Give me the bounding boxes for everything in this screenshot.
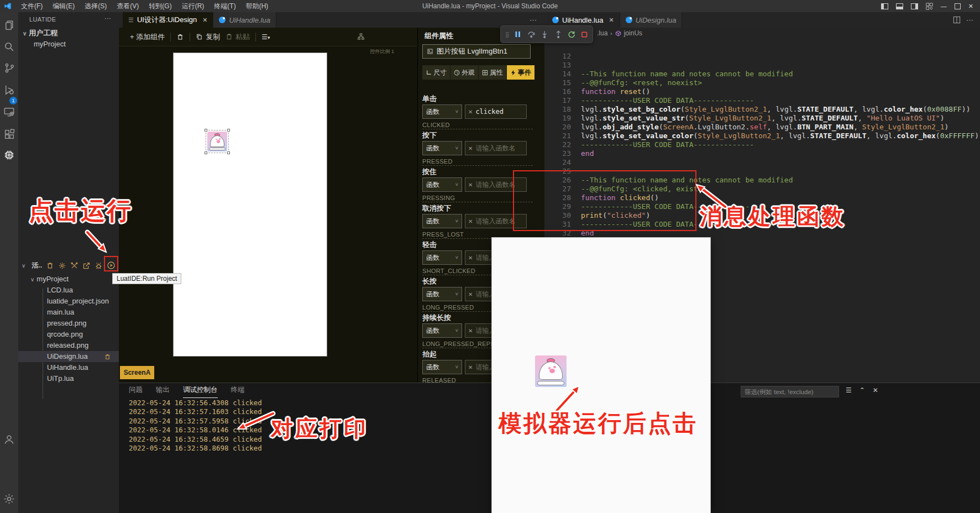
drag-grip-icon[interactable]: ⣿ — [505, 32, 509, 38]
function-type-dropdown[interactable]: 函数˅ — [422, 323, 462, 338]
clear-icon[interactable]: ✕ — [468, 291, 473, 297]
minimize-icon[interactable]: — — [941, 3, 947, 9]
clear-icon[interactable]: ✕ — [468, 328, 473, 334]
paste-button[interactable]: 粘贴 — [226, 32, 250, 42]
code-line[interactable]: 17------------USER CODE DATA------------… — [544, 96, 754, 105]
function-type-dropdown[interactable]: 函数˅ — [422, 360, 462, 374]
maximize-panel-icon[interactable]: ⌃ — [860, 386, 865, 394]
function-type-dropdown[interactable]: 函数˅ — [422, 250, 462, 265]
delete-component-icon[interactable] — [176, 33, 184, 41]
list-options-icon[interactable]: ☰▾ — [261, 33, 270, 41]
step-out-icon[interactable] — [554, 30, 562, 39]
code-line[interactable]: 12 — [544, 52, 581, 61]
extensions-icon[interactable] — [2, 127, 16, 141]
tree-item-uitp.lua[interactable]: UiTp.lua — [18, 373, 119, 384]
step-over-icon[interactable] — [527, 30, 535, 39]
clear-icon[interactable]: ✕ — [468, 109, 473, 115]
toggle-sidebar-icon[interactable] — [881, 3, 888, 9]
code-line[interactable]: 22------------USER CODE DATA------------… — [544, 140, 754, 149]
run-and-debug-icon[interactable] — [2, 83, 16, 97]
sidebar-more-icon[interactable]: ··· — [104, 14, 111, 22]
image-button-widget[interactable] — [207, 132, 227, 151]
function-type-dropdown[interactable]: 函数˅ — [422, 141, 462, 155]
breadcrumb[interactable]: .lua › joinUs — [597, 29, 642, 37]
tree-item-luatide_project.json[interactable]: luatide_project.json — [18, 296, 119, 307]
menu-item[interactable]: 选择(S) — [80, 0, 112, 12]
code-line[interactable]: 23end — [544, 149, 594, 158]
function-name-input[interactable] — [475, 144, 525, 152]
code-line[interactable]: 15--@@funCfg: <reset, noexist> — [544, 78, 702, 87]
code-line[interactable]: 16function reset() — [544, 87, 650, 96]
split-editor-icon[interactable] — [953, 16, 961, 24]
editor-more-actions-icon[interactable]: ··· — [966, 15, 973, 28]
function-name-input[interactable] — [475, 108, 525, 116]
toggle-secondary-sidebar-icon[interactable] — [911, 3, 918, 9]
menu-item[interactable]: 查看(V) — [112, 0, 144, 12]
tools-icon[interactable] — [70, 261, 78, 270]
tree-item-main.lua[interactable]: main.lua — [18, 307, 119, 318]
menu-item[interactable]: 终端(T) — [209, 0, 240, 12]
close-tab-icon[interactable]: ✕ — [609, 17, 614, 24]
maximize-icon[interactable] — [955, 3, 961, 9]
menu-item[interactable]: 运行(R) — [177, 0, 209, 12]
hierarchy-icon[interactable] — [357, 33, 365, 40]
tab-uihandle-preview[interactable]: UiHandle.lua — [213, 12, 276, 28]
explorer-icon[interactable] — [2, 19, 16, 33]
console-filter-box[interactable] — [741, 386, 839, 397]
simulator-window[interactable] — [492, 238, 710, 513]
simulator-image-button[interactable] — [535, 355, 567, 387]
customize-layout-icon[interactable] — [926, 3, 933, 10]
clear-icon[interactable]: ✕ — [468, 182, 473, 188]
export-icon[interactable] — [82, 261, 91, 270]
clear-icon[interactable]: ✕ — [468, 255, 473, 261]
component-name-box[interactable]: 图片按钮 LvglImgBtn1 — [422, 44, 531, 59]
toggle-panel-icon[interactable] — [896, 3, 903, 9]
output-options-icon[interactable]: ☰ — [846, 386, 852, 394]
prop-tab-事件[interactable]: 事件 — [507, 65, 535, 80]
tree-item-uihandle.lua[interactable]: UiHandle.lua — [18, 362, 119, 373]
project-settings-icon[interactable] — [58, 261, 66, 270]
clear-icon[interactable]: ✕ — [468, 145, 473, 151]
prop-tab-属性[interactable]: 属性 — [479, 65, 507, 80]
code-line[interactable]: 19lvgl.style_set_value_str(Style_LvglBut… — [544, 114, 945, 123]
panel-tab-终端[interactable]: 终端 — [231, 385, 245, 398]
menu-item[interactable]: 编辑(E) — [48, 0, 80, 12]
code-line[interactable]: 21lvgl.style_set_value_color(Style_LvglB… — [544, 132, 980, 140]
tree-item-released.png[interactable]: released.png — [18, 340, 119, 351]
resize-handle[interactable] — [205, 129, 207, 132]
user-project-section[interactable]: ∨用户工程 — [18, 28, 119, 39]
delete-project-icon[interactable] — [46, 261, 54, 270]
search-icon[interactable] — [2, 40, 16, 54]
code-line[interactable]: 24 — [544, 158, 581, 167]
close-window-icon[interactable]: ✕ — [968, 3, 973, 10]
source-control-icon[interactable] — [2, 61, 16, 75]
resize-handle[interactable] — [227, 151, 230, 154]
panel-tab-输出[interactable]: 输出 — [156, 385, 170, 398]
menu-item[interactable]: 文件(F) — [16, 0, 48, 12]
account-icon[interactable] — [2, 432, 16, 446]
clear-icon[interactable]: ✕ — [468, 364, 473, 370]
user-project-item[interactable]: myProject — [18, 39, 119, 50]
copy-button[interactable]: 复制 — [196, 32, 220, 42]
restart-icon[interactable] — [568, 30, 575, 39]
tree-item-lcd.lua[interactable]: LCD.lua — [18, 285, 119, 296]
chevron-down-icon[interactable]: ∨ — [22, 263, 25, 269]
tab-ui-designer[interactable]: ☰ UI设计器:UiDesign ✕ — [123, 12, 213, 28]
panel-tab-问题[interactable]: 问题 — [129, 385, 143, 398]
luatide-chip-icon[interactable] — [2, 148, 16, 162]
function-type-dropdown[interactable]: 函数˅ — [422, 287, 462, 301]
screen-canvas[interactable] — [173, 53, 327, 357]
pause-icon[interactable] — [514, 30, 521, 38]
tab-uidesign-preview[interactable]: UiDesign.lua — [620, 12, 683, 28]
resize-handle[interactable] — [205, 151, 207, 154]
close-panel-icon[interactable]: ✕ — [873, 386, 878, 394]
screen-tab[interactable]: ScreenA — [120, 366, 154, 379]
console-filter-input[interactable] — [741, 387, 838, 397]
function-type-dropdown[interactable]: 函数˅ — [422, 177, 462, 192]
add-component-button[interactable]: + 添加组件 — [130, 32, 165, 42]
tree-item-qrcode.png[interactable]: qrcode.png — [18, 329, 119, 340]
function-type-dropdown[interactable]: 函数˅ — [422, 104, 462, 119]
step-into-icon[interactable] — [541, 30, 548, 39]
settings-gear-icon[interactable] — [2, 492, 16, 506]
menu-item[interactable]: 帮助(H) — [241, 0, 274, 12]
